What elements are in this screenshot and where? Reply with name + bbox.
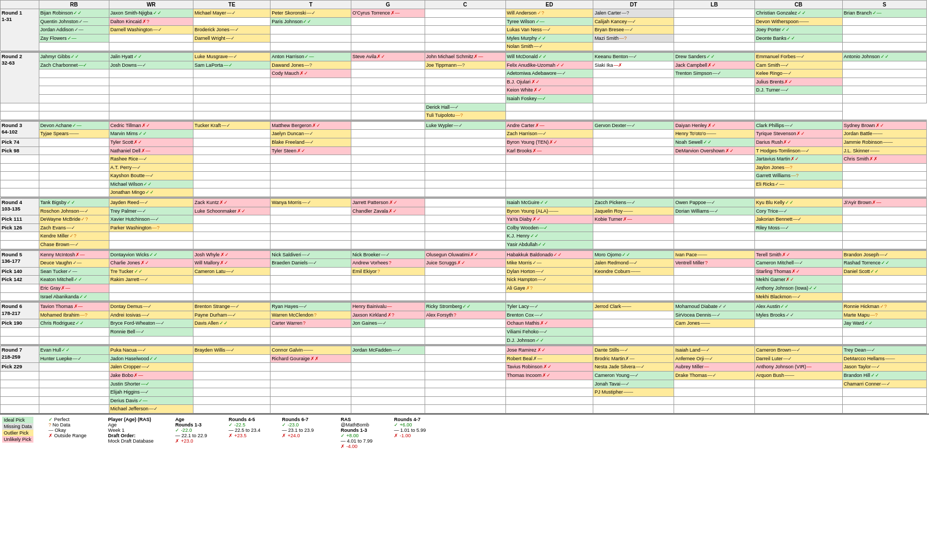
r3c-s: [842, 172, 926, 180]
p74-dt: [593, 138, 674, 146]
r3extra-te: [193, 155, 271, 164]
r1-wr-2: Dalton Kincaid✗?: [109, 17, 193, 26]
r3b-s: [842, 163, 926, 172]
r3e-c: [425, 188, 505, 197]
r3-rb-2: Tyjae Spears——: [39, 130, 109, 138]
r5f-t: [271, 292, 351, 301]
r1-wr-4: [109, 34, 193, 43]
r3d-label: [1, 180, 39, 188]
col-header-lb: LB: [674, 1, 755, 9]
r7f-g: [351, 388, 425, 397]
r3-cb-1: Clark Phillips—✓: [754, 121, 842, 130]
r7d-te: [193, 371, 271, 380]
r5f-label: [1, 292, 39, 301]
col-header-te: TE: [193, 1, 271, 9]
p229-dt: Nesta Jade Silvera—✓: [593, 363, 674, 372]
p140-lb: [674, 267, 755, 276]
r6-c-1: Ricky Stromberg✓✓: [425, 303, 505, 311]
r3-wr-2: Marvin Mims✓✓: [109, 130, 193, 138]
r7h-lb: [674, 405, 755, 414]
r1-g-4: [351, 34, 425, 43]
key-r45-check: ✓ -22.5: [228, 422, 260, 428]
col-header-cb: CB: [754, 1, 842, 9]
r7e-s: Chamarri Conner—✓: [842, 380, 926, 388]
r3d-te: [193, 180, 271, 188]
r6-dt-1: Jerrod Clark——: [593, 303, 674, 311]
r7e-wr: Justin Shorter—✓: [109, 380, 193, 388]
r7g-lb: [674, 396, 755, 405]
r3b-dt: [593, 163, 674, 172]
r1-ed-4: Myles Murphy✓✓: [505, 34, 593, 43]
r7e-t: [271, 380, 351, 388]
r2-rb-2: Zach Charbonnet—✓: [39, 61, 109, 69]
p111-dt: Kobie Turner✗—: [593, 215, 674, 224]
r4f-rb: Chase Brown—✓: [39, 241, 109, 249]
r7e-ed: [505, 380, 593, 388]
r6-cb-2: Myles Brooks✓✓: [754, 311, 842, 319]
r2-wr-8: [39, 111, 109, 120]
key-r45-x: ✗ +23.5: [228, 433, 260, 438]
r3extra-g: [351, 155, 425, 164]
key-ras-r47-check: ✓ +6.00: [394, 422, 426, 428]
r7g-g: [351, 396, 425, 405]
round3-label: Round 364-102: [1, 121, 39, 138]
p142-wr: Rakim Jarrett—✓: [109, 276, 193, 284]
r4-s-1: Ji'Ayir Brown✗—: [842, 199, 926, 207]
r5e-wr: [109, 284, 193, 293]
r5-dt-2: Jalen Redmond—✓: [593, 259, 674, 268]
p126-c: [425, 223, 505, 232]
r4-dt-1: Zacch Pickens—✓: [593, 199, 674, 207]
r3-ed-1: Andre Carter✗—: [505, 121, 593, 130]
r7g-s: [842, 396, 926, 405]
r7d-dt: Cameron Young—✓: [593, 371, 674, 380]
r3-dt-2: [593, 130, 674, 138]
p142-dt: [593, 276, 674, 284]
r3-ed-2: Zach Harrison—✓: [505, 130, 593, 138]
p140-ed: Dylan Horton—✓: [505, 267, 593, 276]
r3d-t: [271, 180, 351, 188]
r7-lb-2: Anfernee Orji—✓: [674, 354, 755, 363]
r1-ed-5: Nolan Smith—✓: [505, 43, 593, 51]
r1-te-4: Darnell Wright—✓: [193, 34, 271, 43]
r5f-rb: Israel Abanikanda✓✓: [39, 292, 109, 301]
r4-wr-1: Jayden Reed—✓: [109, 199, 193, 207]
p126-rb: Zach Evans—✓: [39, 223, 109, 232]
r3b-ed: [505, 163, 593, 172]
r1-s-1: Brian Branch✓—: [842, 9, 926, 18]
r6f-rb: [39, 336, 109, 345]
key-ras-header: RAS: [341, 417, 372, 422]
r6f-te: [193, 336, 271, 345]
p126-cb: Riley Moss—✓: [754, 223, 842, 232]
r2-g-7: [271, 103, 351, 111]
r3-t-1: Matthew Bergeron✗✓: [271, 121, 351, 130]
r2-lb-5: [674, 86, 755, 95]
r7e-lb: [674, 380, 755, 388]
r4f-lb: [674, 241, 755, 249]
key-missing-label: Missing Data: [2, 423, 33, 430]
r6f-g: [351, 336, 425, 345]
r1-s-4: [842, 34, 926, 43]
r3c-label: [1, 172, 39, 180]
r4-c-1: [425, 199, 505, 207]
r6e-g: [351, 327, 425, 336]
p229-wr: Jalen Cropper—✓: [109, 363, 193, 372]
key-age-header: Age: [175, 417, 207, 422]
round2-label: Round 232-63: [1, 52, 39, 103]
r1-s-3: [842, 26, 926, 34]
r2-s-2: [842, 61, 926, 69]
r4-s-2: [842, 207, 926, 215]
r2-s-5: [842, 86, 926, 95]
p98-c: [425, 146, 505, 155]
r5-g-1: Nick Broeker—✓: [351, 250, 425, 259]
pick126-label: Pick 126: [1, 223, 39, 232]
r4e-c: [425, 232, 505, 241]
p140-t: [271, 267, 351, 276]
p229-rb: [39, 363, 109, 372]
p74-cb: Darius Rush✗✓: [754, 138, 842, 146]
col-header-label: [1, 1, 39, 9]
r3e-s: [842, 188, 926, 197]
r6-rb-2: Mohamed Ibrahim—?: [39, 311, 109, 319]
r7f-wr: Elijah Higgins—✓: [109, 388, 193, 397]
r4e-s: [842, 232, 926, 241]
r6f-cb: [754, 336, 842, 345]
